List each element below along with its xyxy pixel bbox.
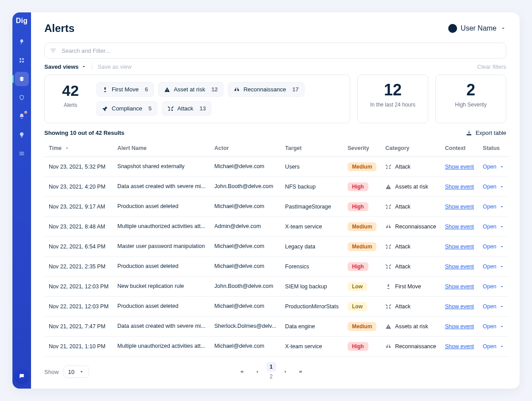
- export-table-button[interactable]: Export table: [466, 130, 506, 136]
- user-menu[interactable]: User Name: [448, 24, 506, 33]
- cell-status: Open: [478, 197, 509, 217]
- status-open-button[interactable]: Open: [483, 164, 505, 170]
- filter-chip[interactable]: Asset at risk12: [158, 82, 223, 97]
- binoculars-icon: [385, 224, 391, 230]
- kpi-alerts-value: 42: [53, 82, 88, 99]
- topbar: Alerts User Name: [44, 22, 506, 35]
- show-event-link[interactable]: Show event: [445, 343, 474, 350]
- nav-item-insights[interactable]: [15, 128, 29, 142]
- page-number[interactable]: 1: [266, 362, 276, 372]
- nav-item-security[interactable]: [15, 90, 29, 105]
- cell-time: Nov 23, 2021, 8:48 AM: [44, 217, 113, 237]
- nav-item-alerts[interactable]: [15, 109, 29, 123]
- col-actor[interactable]: Actor: [210, 140, 281, 157]
- table-row[interactable]: Nov 22, 2021, 2:35 PM Production asset d…: [44, 257, 509, 277]
- col-category[interactable]: Category: [381, 140, 440, 157]
- cell-target: X-team service: [281, 337, 343, 357]
- cell-alert: Data asset created with severe mi...: [113, 317, 210, 337]
- status-open-button[interactable]: Open: [483, 224, 505, 230]
- chevron-down-icon: [499, 164, 505, 169]
- status-open-button[interactable]: Open: [483, 343, 505, 350]
- grid-icon: [19, 57, 25, 63]
- warning-icon: [385, 323, 391, 330]
- col-target[interactable]: Target: [281, 140, 343, 157]
- page-number[interactable]: 2: [266, 372, 276, 381]
- severity-badge: Medium: [348, 322, 376, 331]
- col-context[interactable]: Context: [441, 140, 478, 157]
- status-open-button[interactable]: Open: [483, 303, 505, 310]
- warning-icon: [164, 86, 170, 93]
- chevron-right-icon: [283, 369, 288, 374]
- cell-time: Nov 21, 2021, 1:10 PM: [44, 337, 113, 357]
- kpi-last24-value: 12: [366, 82, 420, 98]
- filter-chip[interactable]: Attack13: [162, 101, 212, 116]
- status-open-button[interactable]: Open: [483, 323, 505, 330]
- show-event-link[interactable]: Show event: [445, 224, 474, 230]
- show-event-link[interactable]: Show event: [445, 303, 474, 310]
- cell-category: Reconnaissance: [381, 337, 440, 357]
- page-first-button[interactable]: [236, 366, 248, 377]
- table-row[interactable]: Nov 22, 2021, 6:54 PM Master user passwo…: [44, 237, 509, 257]
- severity-badge: Low: [348, 302, 367, 311]
- saved-views-menu[interactable]: Saved views: [44, 63, 86, 70]
- filter-chip[interactable]: Reconnaissance17: [228, 82, 305, 97]
- page-prev-button[interactable]: [251, 366, 263, 377]
- search-input[interactable]: [61, 47, 501, 55]
- cell-actor: Admin@delve.com: [210, 217, 281, 237]
- show-event-link[interactable]: Show event: [445, 244, 474, 250]
- col-alert[interactable]: Alert Name: [113, 140, 210, 157]
- page-last-button[interactable]: [295, 366, 306, 377]
- cell-context: Show event: [441, 157, 478, 177]
- cell-category: Attack: [381, 297, 440, 317]
- search-bar[interactable]: [44, 43, 506, 59]
- show-event-link[interactable]: Show event: [445, 164, 474, 170]
- status-open-button[interactable]: Open: [483, 204, 505, 210]
- save-as-view-button[interactable]: Save as view: [98, 63, 132, 70]
- cell-context: Show event: [441, 297, 478, 317]
- sidebar: Dig: [12, 12, 31, 389]
- show-event-link[interactable]: Show event: [445, 323, 474, 330]
- table-row[interactable]: Nov 23, 2021, 5:32 PM Snapshot shared ex…: [44, 157, 509, 177]
- status-open-button[interactable]: Open: [483, 184, 505, 190]
- cell-category: Attack: [381, 197, 440, 217]
- table-row[interactable]: Nov 22, 2021, 12:03 PM Production asset …: [44, 297, 509, 317]
- show-label: Show: [44, 369, 59, 375]
- severity-badge: High: [348, 202, 368, 211]
- nav-item-settings[interactable]: [15, 146, 29, 161]
- status-open-button[interactable]: Open: [483, 283, 505, 290]
- col-severity[interactable]: Severity: [343, 140, 381, 157]
- filter-chip[interactable]: First Move6: [96, 82, 154, 97]
- show-event-link[interactable]: Show event: [445, 263, 474, 270]
- table-row[interactable]: Nov 23, 2021, 8:48 AM Multiple unauthori…: [44, 217, 509, 237]
- status-open-button[interactable]: Open: [483, 244, 505, 250]
- show-event-link[interactable]: Show event: [445, 283, 474, 290]
- nav-item-layers[interactable]: [15, 72, 29, 86]
- page-next-button[interactable]: [280, 366, 291, 377]
- chevron-down-icon: [81, 64, 86, 69]
- status-open-button[interactable]: Open: [483, 263, 505, 270]
- kpi-high-card: 2 High Severity: [435, 75, 506, 123]
- cell-target: Data engine: [281, 317, 343, 337]
- show-event-link[interactable]: Show event: [445, 204, 474, 210]
- table-row[interactable]: Nov 23, 2021, 9:17 AM Production asset d…: [44, 197, 509, 217]
- alerts-table: Time Alert Name Actor Target Severity Ca…: [44, 140, 509, 357]
- table-row[interactable]: Nov 22, 2021, 12:03 PM New bucket replic…: [44, 277, 509, 297]
- cell-actor: Michael@delve.com: [210, 237, 281, 257]
- show-event-link[interactable]: Show event: [445, 184, 474, 190]
- table-row[interactable]: Nov 21, 2021, 7:47 PM Data asset created…: [44, 317, 509, 337]
- cell-severity: Medium: [343, 157, 381, 177]
- sliders-icon: [19, 150, 25, 157]
- col-time[interactable]: Time: [44, 140, 113, 157]
- nav-item-launch[interactable]: [15, 35, 29, 49]
- help-chat-button[interactable]: [16, 370, 28, 382]
- col-status[interactable]: Status: [478, 140, 509, 157]
- table-row[interactable]: Nov 23, 2021, 4:20 PM Data asset created…: [44, 177, 509, 197]
- filter-chip[interactable]: Compliance5: [96, 101, 157, 116]
- table-row[interactable]: Nov 21, 2021, 1:10 PM Multiple unauthori…: [44, 337, 509, 357]
- cell-actor: John.Booth@delve.com: [210, 277, 281, 297]
- results-count: Showing 10 out of 42 Results: [44, 130, 125, 136]
- page-size-select[interactable]: 10: [63, 366, 89, 378]
- clear-filters-button[interactable]: Clear filters: [477, 63, 506, 70]
- cell-time: Nov 22, 2021, 6:54 PM: [44, 237, 113, 257]
- nav-item-apps[interactable]: [15, 53, 29, 67]
